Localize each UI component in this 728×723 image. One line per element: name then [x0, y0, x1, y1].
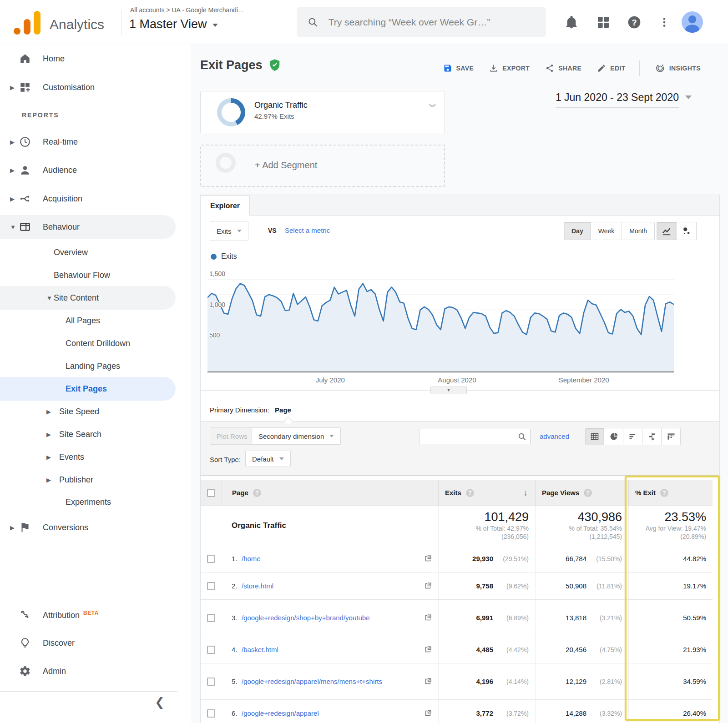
sort-desc-icon[interactable]: ↓ — [524, 488, 528, 498]
table-search-input[interactable] — [420, 433, 518, 440]
page-link[interactable]: /google+redesign/apparel — [242, 708, 319, 718]
page-link[interactable]: /google+redesign/apparel/mens/mens+t+shi… — [242, 677, 382, 686]
row-checkbox[interactable] — [207, 709, 215, 718]
header-exits[interactable]: Exits?↓ — [438, 480, 535, 506]
sidebar-item-realtime[interactable]: ▶ Real-time — [0, 130, 176, 154]
row-checkbox[interactable] — [207, 555, 215, 563]
expand-arrow-icon[interactable]: ▶ — [46, 431, 51, 438]
add-segment-button[interactable]: + Add Segment — [200, 145, 445, 187]
chevron-down-icon[interactable]: ⌄ — [425, 98, 439, 110]
segment-card-organic-traffic[interactable]: Organic Traffic 42.97% Exits ⌄ — [200, 91, 445, 133]
breadcrumb[interactable]: All accounts > UA - Google Merchandi… — [130, 6, 244, 14]
apps-grid-icon[interactable] — [596, 15, 611, 30]
sidebar-item-discover[interactable]: Discover — [0, 631, 176, 655]
share-button[interactable]: SHARE — [545, 64, 581, 73]
row-checkbox[interactable] — [207, 614, 215, 622]
help-tooltip-icon[interactable]: ? — [660, 489, 668, 497]
page-link[interactable]: /home — [242, 554, 261, 563]
sidebar-item-audience[interactable]: ▶ Audience — [0, 158, 176, 182]
date-range-selector[interactable]: 1 Jun 2020 - 23 Sept 2020 — [556, 91, 692, 108]
search-input[interactable] — [329, 17, 535, 28]
percentage-view-button[interactable] — [604, 428, 623, 445]
help-tooltip-icon[interactable]: ? — [584, 489, 592, 497]
open-in-new-icon[interactable] — [424, 678, 432, 685]
collapse-arrow-icon[interactable]: ▼ — [10, 224, 15, 231]
header-page[interactable]: Page? — [222, 480, 438, 506]
granularity-month-button[interactable]: Month — [622, 222, 655, 240]
expand-arrow-icon[interactable]: ▶ — [10, 167, 15, 174]
plot-rows-button[interactable]: Plot Rows — [210, 427, 254, 445]
avatar[interactable] — [682, 11, 703, 33]
timeline-collapse-button[interactable]: ▼ — [430, 387, 467, 394]
open-in-new-icon[interactable] — [424, 709, 432, 717]
export-button[interactable]: EXPORT — [489, 64, 530, 73]
sidebar-item-events[interactable]: ▶ Events — [0, 445, 176, 469]
tab-explorer[interactable]: Explorer — [201, 195, 250, 216]
comparison-view-button[interactable] — [642, 428, 662, 445]
sidebar-item-all-pages[interactable]: All Pages — [0, 309, 176, 332]
header-percent-exit[interactable]: % Exit? — [628, 480, 713, 506]
more-vert-icon[interactable] — [658, 15, 670, 30]
page-link[interactable]: /basket.html — [242, 645, 278, 654]
sidebar-item-content-drilldown[interactable]: Content Drilldown — [0, 331, 176, 355]
sidebar-item-behaviour[interactable]: ▼ Behaviour — [0, 215, 176, 239]
open-in-new-icon[interactable] — [424, 582, 432, 590]
sidebar-item-publisher[interactable]: ▶ Publisher — [0, 468, 176, 492]
motion-chart-toggle-button[interactable] — [677, 222, 697, 240]
insights-button[interactable]: INSIGHTS — [655, 63, 701, 73]
data-view-button[interactable] — [585, 428, 604, 445]
notifications-bell-icon[interactable] — [564, 15, 579, 30]
sidebar-item-site-content[interactable]: ▼ Site Content — [0, 286, 176, 310]
sidebar-item-behaviour-flow[interactable]: Behaviour Flow — [0, 263, 176, 287]
sort-type-dropdown[interactable]: Default — [245, 451, 291, 467]
sidebar-item-conversions[interactable]: ▶ Conversions — [0, 516, 176, 539]
sidebar-item-exit-pages[interactable]: Exit Pages — [0, 377, 176, 401]
performance-view-button[interactable] — [623, 428, 642, 445]
expand-arrow-icon[interactable]: ▶ — [46, 408, 51, 415]
select-metric-link[interactable]: Select a metric — [285, 226, 330, 234]
sidebar-collapse-icon[interactable]: ❮ — [155, 695, 165, 709]
expand-arrow-icon[interactable]: ▶ — [10, 139, 15, 146]
expand-arrow-icon[interactable]: ▶ — [10, 84, 15, 91]
select-all-checkbox[interactable] — [207, 489, 215, 497]
sidebar-item-acquisition[interactable]: ▶ Acquisition — [0, 187, 176, 211]
help-tooltip-icon[interactable]: ? — [253, 489, 261, 497]
global-search[interactable] — [297, 7, 546, 37]
open-in-new-icon[interactable] — [424, 646, 432, 653]
sidebar-item-attribution[interactable]: AttributionBETA — [0, 603, 176, 627]
header-page-views[interactable]: Page Views? — [535, 480, 628, 506]
granularity-week-button[interactable]: Week — [591, 222, 622, 240]
open-in-new-icon[interactable] — [424, 555, 432, 562]
search-icon[interactable] — [518, 432, 526, 441]
sidebar-item-experiments[interactable]: Experiments — [0, 490, 176, 514]
line-chart-toggle-button[interactable] — [657, 222, 677, 240]
sidebar-item-admin[interactable]: Admin — [0, 659, 176, 683]
advanced-link[interactable]: advanced — [540, 432, 569, 440]
sidebar-item-customisation[interactable]: ▶ Customisation — [0, 75, 176, 99]
expand-arrow-icon[interactable]: ▶ — [46, 477, 51, 483]
sidebar-item-landing-pages[interactable]: Landing Pages — [0, 354, 176, 378]
granularity-day-button[interactable]: Day — [564, 222, 591, 240]
metric-dropdown[interactable]: Exits — [210, 221, 248, 241]
expand-arrow-icon[interactable]: ▶ — [10, 196, 15, 202]
expand-arrow-icon[interactable]: ▶ — [46, 454, 51, 461]
help-tooltip-icon[interactable]: ? — [466, 489, 474, 497]
row-checkbox[interactable] — [207, 678, 215, 686]
analytics-logo[interactable]: Analytics — [14, 11, 104, 35]
page-link[interactable]: /store.html — [242, 581, 273, 591]
edit-button[interactable]: EDIT — [597, 64, 626, 73]
page-link[interactable]: /google+redesign/shop+by+brand/youtube — [242, 613, 369, 623]
expand-arrow-icon[interactable]: ▶ — [10, 524, 15, 531]
view-selector[interactable]: 1 Master View — [129, 17, 218, 31]
table-search[interactable] — [419, 429, 531, 444]
secondary-dimension-dropdown[interactable]: Secondary dimension — [252, 427, 341, 445]
row-checkbox[interactable] — [207, 646, 215, 654]
sidebar-item-home[interactable]: Home — [0, 47, 176, 70]
save-button[interactable]: SAVE — [443, 64, 474, 73]
primary-dimension-value[interactable]: Page — [275, 406, 291, 414]
sidebar-item-overview[interactable]: Overview — [0, 241, 176, 264]
pivot-view-button[interactable] — [662, 428, 681, 445]
collapse-arrow-icon[interactable]: ▼ — [46, 295, 51, 301]
exits-chart[interactable]: 5001,0001,500July 2020August 2020Septemb… — [207, 268, 674, 387]
row-checkbox[interactable] — [207, 582, 215, 590]
